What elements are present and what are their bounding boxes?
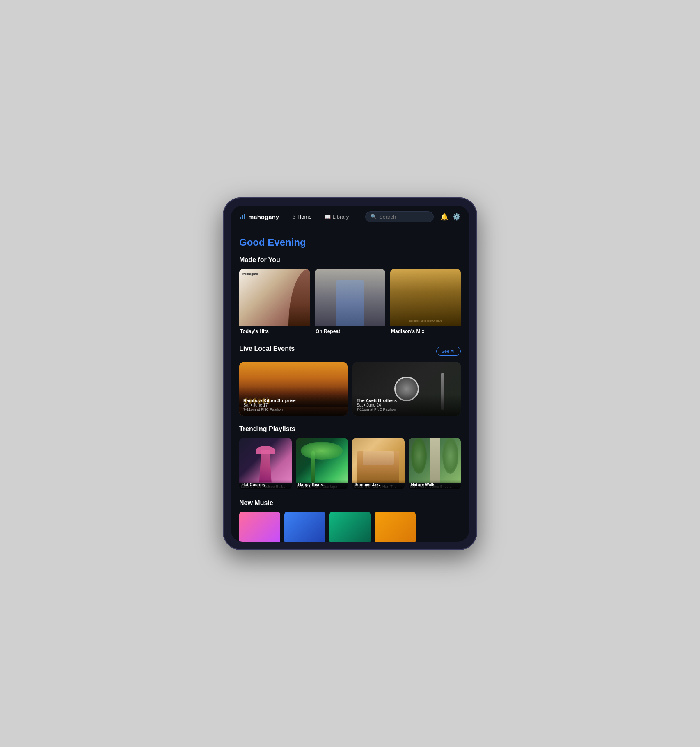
settings-icon[interactable]: ⚙️: [453, 213, 461, 221]
see-all-button[interactable]: See All: [436, 347, 461, 356]
trending-playlists-section: Trending Playlists Hot Country Luke Comb…: [239, 425, 461, 489]
madisons-mix-art: Something In The Orange: [390, 269, 461, 326]
svg-rect-1: [242, 215, 243, 219]
greeting: Good Evening: [239, 237, 461, 248]
madisons-mix-label: Madison's Mix: [390, 326, 461, 335]
on-repeat-label: On Repeat: [315, 326, 385, 335]
happy-beats-art: [296, 438, 348, 483]
search-icon: 🔍: [371, 214, 377, 219]
navbar: mahogany ⌂ Home 📖 Library 🔍 🔔 ⚙️: [231, 206, 469, 228]
summer-jazz-name: Summer Jazz: [355, 482, 402, 487]
book-icon: 📖: [324, 214, 331, 220]
new-music-card-4[interactable]: [375, 512, 416, 542]
playlist-summer-jazz[interactable]: Summer Jazz Glass Trio, Gene Hart Trio: [352, 438, 405, 489]
hot-country-name: Hot Country: [242, 482, 289, 487]
live-events-title: Live Local Events: [239, 345, 295, 352]
live-events-header: Live Local Events See All: [239, 345, 461, 357]
nature-walk-name: Nature Walk: [411, 482, 459, 487]
playlists-grid: Hot Country Luke Combs, Kelsea Ball... H…: [239, 438, 461, 489]
event-avett-brothers[interactable]: The Avett Brothers Sat • June 24 7-11pm …: [352, 362, 461, 416]
new-music-card-3[interactable]: [329, 512, 371, 542]
event-rainbow-kitten[interactable]: 🙌🙌🙌 Rainbow Kitten Surprise Sat • June 1…: [239, 362, 348, 416]
events-grid: 🙌🙌🙌 Rainbow Kitten Surprise Sat • June 1…: [239, 362, 461, 416]
nav-icons: 🔔 ⚙️: [440, 213, 461, 221]
hat-shape: [256, 446, 275, 454]
nav-home[interactable]: ⌂ Home: [289, 212, 315, 222]
main-content: Good Evening Made for You Midnights Toda…: [231, 228, 469, 542]
event-2-date: Sat • June 24: [357, 403, 457, 407]
nature-walk-art: [409, 438, 461, 483]
today-hits-label: Today's Hits: [239, 326, 310, 335]
bell-icon[interactable]: 🔔: [440, 213, 448, 221]
svg-rect-2: [244, 214, 245, 219]
event-2-info: The Avett Brothers Sat • June 24 7-11pm …: [352, 394, 461, 416]
new-music-strip: [239, 512, 461, 542]
made-for-you-grid: Midnights Today's Hits On Re: [239, 269, 461, 335]
event-1-venue: 7-11pm at PNC Pavilion: [243, 407, 343, 411]
nature-walk-overlay: Nature Walk: [409, 480, 461, 489]
happy-beats-overlay: Happy Beats: [296, 480, 348, 489]
card-madisons-mix[interactable]: Something In The Orange Madison's Mix: [390, 269, 461, 335]
new-music-section: New Music: [239, 499, 461, 542]
trending-playlists-title: Trending Playlists: [239, 425, 461, 433]
summer-jazz-art: [352, 438, 405, 483]
tablet-screen: mahogany ⌂ Home 📖 Library 🔍 🔔 ⚙️: [231, 206, 469, 542]
new-music-card-2[interactable]: [284, 512, 325, 542]
event-1-date: Sat • June 17: [243, 403, 343, 407]
album-midnights-art: Midnights: [239, 269, 310, 326]
hot-country-art: [239, 438, 292, 483]
card-on-repeat[interactable]: On Repeat: [315, 269, 385, 335]
happy-beats-name: Happy Beats: [298, 482, 346, 487]
search-bar[interactable]: 🔍: [365, 211, 434, 222]
tree-top: [301, 442, 343, 460]
tablet-frame: mahogany ⌂ Home 📖 Library 🔍 🔔 ⚙️: [223, 197, 477, 550]
nav-links: ⌂ Home 📖 Library: [289, 212, 359, 222]
event-2-name: The Avett Brothers: [357, 398, 457, 403]
home-icon: ⌂: [292, 214, 295, 220]
building-top: [363, 451, 394, 465]
live-events-section: Live Local Events See All 🙌🙌🙌 Rain: [239, 345, 461, 416]
made-for-you-section: Made for You Midnights Today's Hits: [239, 256, 461, 335]
new-music-title: New Music: [239, 499, 461, 507]
playlist-hot-country[interactable]: Hot Country Luke Combs, Kelsea Ball...: [239, 438, 292, 489]
app-name: mahogany: [248, 213, 279, 220]
event-2-venue: 7-11pm at PNC Pavilion: [357, 407, 457, 411]
tree-left: [411, 438, 427, 474]
event-1-info: Rainbow Kitten Surprise Sat • June 17 7-…: [239, 394, 348, 416]
on-repeat-art: [315, 269, 385, 326]
logo-icon: [239, 213, 246, 221]
card-today-hits[interactable]: Midnights Today's Hits: [239, 269, 310, 335]
event-1-name: Rainbow Kitten Surprise: [243, 398, 343, 403]
summer-jazz-overlay: Summer Jazz: [352, 480, 405, 489]
nav-library[interactable]: 📖 Library: [321, 212, 352, 222]
hot-country-overlay: Hot Country: [239, 480, 292, 489]
new-music-card-1[interactable]: [239, 512, 280, 542]
search-input[interactable]: [379, 214, 428, 220]
tree-right: [442, 438, 458, 474]
playlist-nature-walk[interactable]: Nature Walk Lord Huron, Anne Shoe...: [409, 438, 461, 489]
path-shape: [430, 438, 440, 483]
playlist-happy-beats[interactable]: Happy Beats Pharrell, Avicii, Dua Lipa: [296, 438, 348, 489]
made-for-you-title: Made for You: [239, 256, 461, 264]
album-midnights-text: Midnights: [242, 272, 258, 276]
svg-rect-0: [240, 217, 241, 219]
app-logo[interactable]: mahogany: [239, 213, 279, 221]
madison-text: Something In The Orange: [394, 319, 457, 322]
